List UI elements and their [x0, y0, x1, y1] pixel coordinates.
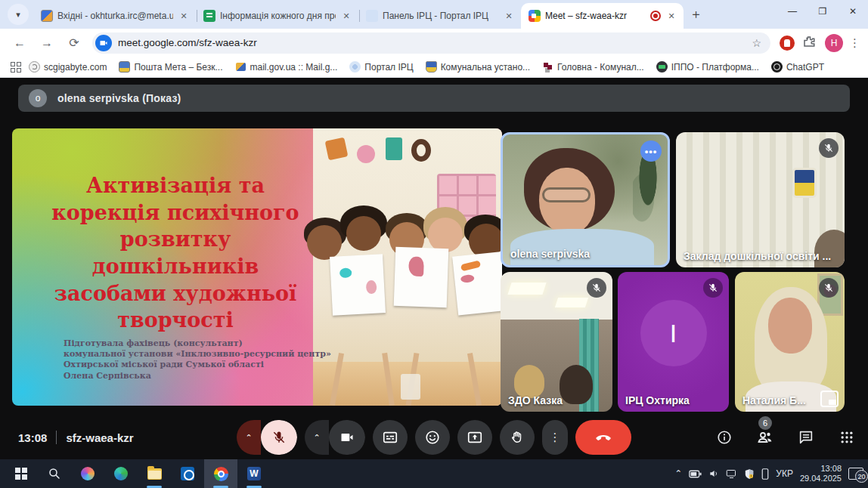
more-options-button[interactable]: ⋮: [542, 420, 568, 455]
mic-muted-icon: [703, 278, 723, 298]
file-explorer-button[interactable]: [138, 459, 171, 488]
copilot-icon: [81, 467, 95, 480]
windows-taskbar: W ⌃ УКР 13:08 29.04.2025 20: [0, 459, 868, 488]
extensions-puzzle-icon[interactable]: [802, 35, 816, 51]
bookmark-irc-portal[interactable]: Портал ІРЦ: [349, 61, 413, 73]
copilot-button[interactable]: [71, 459, 104, 488]
mic-toggle-button[interactable]: [261, 420, 297, 455]
mic-muted-icon: [819, 138, 839, 158]
emblem-icon: [426, 61, 437, 73]
bookmark-holovna[interactable]: Головна - Комунал...: [542, 61, 644, 73]
camera-toggle-button[interactable]: [329, 420, 365, 455]
bookmark-chatgpt[interactable]: ChatGPT: [771, 61, 824, 73]
bookmark-meta-mail[interactable]: Пошта Мета – Безк...: [119, 61, 222, 73]
presenter-banner-text: olena serpivska (Показ): [57, 92, 181, 104]
word-button[interactable]: W: [237, 459, 271, 488]
slide-title: Активізація та корекція психічного розви…: [39, 172, 312, 334]
bookmark-mailgov[interactable]: mail.gov.ua :: Mail.g...: [235, 61, 338, 73]
mic-muted-icon: [587, 278, 606, 298]
presentation-slide[interactable]: Активізація та корекція психічного розви…: [12, 128, 502, 406]
bookmark-star-icon[interactable]: ☆: [752, 37, 761, 49]
participant-name: ІРЦ Охтирка: [625, 394, 690, 406]
flower-icon: [349, 61, 361, 73]
end-call-button[interactable]: [575, 420, 631, 455]
forward-button[interactable]: →: [36, 32, 57, 54]
meet-icon: [529, 10, 541, 22]
chrome-button[interactable]: [204, 459, 237, 488]
tab-title: Інформація кожного дня про: [220, 11, 336, 21]
security-shield-icon[interactable]: [744, 468, 755, 480]
bookmark-ippo[interactable]: ІППО - Платформа...: [656, 61, 759, 73]
tab-search-button[interactable]: ▾: [8, 4, 29, 25]
phone-link-icon[interactable]: [761, 468, 769, 480]
close-icon[interactable]: ✕: [340, 10, 352, 22]
tab-title: Панель ІРЦ - Портал ІРЦ: [383, 11, 498, 21]
outlook-button[interactable]: [171, 459, 204, 488]
word-icon: W: [247, 467, 261, 480]
present-screen-button[interactable]: [457, 420, 492, 455]
apps-grid-icon[interactable]: [11, 62, 21, 73]
bookmark-scgigabyte[interactable]: scgigabyte.com: [29, 61, 107, 73]
chrome-icon: [214, 467, 228, 481]
tab-mail-inbox[interactable]: Вхідні - okhturka.irc@meta.ua. ✕: [33, 3, 196, 29]
network-display-icon[interactable]: [726, 469, 737, 479]
back-button[interactable]: ←: [9, 32, 30, 54]
window-controls: — ❐ ✕: [777, 0, 868, 23]
taskbar-search-button[interactable]: [38, 459, 71, 488]
participant-name: Наталия Б...: [742, 394, 806, 406]
start-button[interactable]: [5, 459, 38, 488]
participant-tile-olena[interactable]: ••• olena serpivska: [501, 132, 670, 267]
tab-irc-portal[interactable]: Панель ІРЦ - Портал ІРЦ ✕: [358, 3, 521, 29]
participants-button[interactable]: 6: [755, 427, 776, 448]
address-bar[interactable]: meet.google.com/sfz-waea-kzr ☆: [92, 32, 770, 54]
reload-button[interactable]: ⟳: [64, 32, 85, 54]
outlook-icon: [181, 467, 194, 480]
tab-meet-active[interactable]: Meet – sfz-waea-kzr ✕: [521, 3, 684, 29]
participant-tile-kazka[interactable]: ЗДО Казка: [501, 272, 612, 412]
close-window-button[interactable]: ✕: [838, 0, 868, 23]
meeting-details-button[interactable]: [714, 427, 735, 448]
meet-main-area: o olena serpivska (Показ) Активізація та…: [0, 78, 868, 459]
bookmark-komunalna[interactable]: Комунальна устано...: [426, 61, 530, 73]
restore-button[interactable]: ❐: [808, 0, 838, 23]
flag-picture: [795, 170, 814, 196]
new-tab-button[interactable]: ＋: [690, 5, 702, 23]
edge-button[interactable]: [104, 459, 138, 488]
tray-expand-icon[interactable]: ⌃: [674, 468, 682, 479]
adblock-extension-icon[interactable]: [780, 36, 795, 51]
tab-title: Вхідні - okhturka.irc@meta.ua.: [57, 11, 173, 21]
participant-tile-zaklad[interactable]: Заклад дошкільної освіти ...: [676, 132, 845, 267]
participant-tile-natalia[interactable]: Наталия Б...: [735, 272, 845, 412]
browser-menu-icon[interactable]: ⋮: [849, 36, 860, 50]
close-icon[interactable]: ✕: [665, 10, 677, 22]
chat-button[interactable]: [795, 427, 817, 448]
picture-in-picture-icon[interactable]: [820, 391, 839, 407]
tab-sheets-info[interactable]: Інформація кожного дня про ✕: [196, 3, 358, 29]
captions-button[interactable]: [373, 420, 408, 455]
participant-tile-irc[interactable]: І ІРЦ Охтирка: [618, 272, 729, 412]
taskbar-clock[interactable]: 13:08 29.04.2025: [800, 464, 842, 483]
browser-tab-bar: ▾ Вхідні - okhturka.irc@meta.ua. ✕ Інфор…: [0, 0, 868, 29]
url-text: meet.google.com/sfz-waea-kzr: [118, 37, 257, 48]
camera-options-chevron[interactable]: ⌃: [305, 420, 329, 455]
minimize-button[interactable]: —: [777, 0, 808, 23]
participant-name: ЗДО Казка: [508, 394, 563, 406]
battery-icon[interactable]: [689, 470, 702, 478]
folder-icon: [147, 468, 162, 480]
close-icon[interactable]: ✕: [503, 10, 515, 22]
raise-hand-button[interactable]: [500, 420, 535, 455]
volume-icon[interactable]: [708, 468, 719, 479]
meta-mail-icon: [41, 10, 53, 22]
reactions-button[interactable]: [415, 420, 450, 455]
mic-muted-icon: [819, 278, 839, 298]
system-tray: ⌃ УКР 13:08 29.04.2025 20: [674, 459, 863, 488]
chatgpt-icon: [771, 61, 783, 73]
mic-options-chevron[interactable]: ⌃: [237, 420, 261, 455]
activities-button[interactable]: [836, 427, 857, 448]
language-indicator[interactable]: УКР: [776, 468, 793, 479]
tile-options-icon[interactable]: •••: [640, 141, 662, 162]
close-icon[interactable]: ✕: [178, 10, 190, 22]
profile-avatar[interactable]: H: [825, 34, 843, 52]
windows-logo-icon: [15, 468, 27, 480]
notification-center-icon[interactable]: 20: [848, 468, 863, 480]
